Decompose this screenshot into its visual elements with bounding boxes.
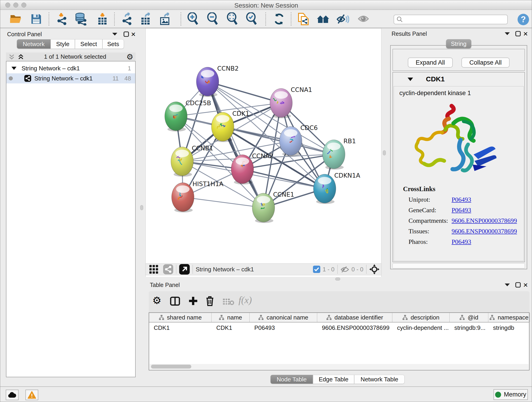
table-cell[interactable]: stringdb [488, 323, 530, 332]
export-network-button[interactable] [120, 12, 133, 26]
birdseye-view-icon[interactable] [149, 264, 158, 274]
table-panel-float-icon[interactable] [515, 282, 521, 288]
table-cell[interactable]: 9606.ENSP00000378699 [317, 323, 393, 332]
network-node-ccnb1[interactable]: CCNB1 [171, 145, 213, 177]
crosslink-link[interactable]: P06493 [452, 206, 471, 214]
horizontal-splitter-handle[interactable] [335, 278, 340, 281]
tab-sets[interactable]: Sets [102, 39, 124, 49]
expand-all-networks-icon[interactable] [18, 54, 24, 60]
selected-checkbox-icon[interactable] [313, 266, 320, 273]
network-node-ccna2[interactable]: CCNA2 [231, 153, 273, 185]
hide-selected-button[interactable] [336, 12, 349, 26]
table-cell[interactable]: P06493 [250, 323, 317, 332]
network-node-hist1h1a[interactable]: HIST1H1A [172, 180, 224, 212]
crosslink-link[interactable]: P06493 [452, 196, 471, 203]
gene-section-header[interactable]: CDK1 [393, 72, 525, 86]
clone-network-button[interactable] [297, 12, 310, 26]
table-panel-menu-icon[interactable] [504, 283, 510, 287]
tab-edge-table[interactable]: Edge Table [313, 375, 354, 384]
open-session-button[interactable] [9, 12, 23, 26]
network-node-ccna1[interactable]: CCNA1 [270, 86, 312, 118]
network-node-cdc25b[interactable]: CDC25B [165, 99, 211, 132]
refresh-view-button[interactable] [272, 12, 286, 26]
results-tab-string[interactable]: String [446, 39, 471, 48]
column-header-description[interactable]: description [393, 313, 450, 322]
network-node-ccne1[interactable]: CCNE1 [252, 191, 294, 223]
fit-content-crosshair-icon[interactable] [369, 264, 380, 274]
table-settings-gear-icon[interactable]: ⚙ [152, 294, 161, 306]
collapse-all-networks-icon[interactable] [9, 54, 15, 60]
network-edge[interactable] [208, 82, 264, 208]
tab-network-table[interactable]: Network Table [354, 375, 405, 384]
search-input[interactable] [403, 16, 502, 23]
table-cell[interactable]: stringdb:9... [450, 323, 488, 332]
right-splitter-handle[interactable] [383, 150, 386, 155]
add-column-icon[interactable] [188, 296, 198, 306]
table-cell[interactable]: CDK1 [212, 323, 250, 332]
export-image-button[interactable] [159, 12, 172, 26]
network-collection-row[interactable]: String Network – cdk1 1 [6, 63, 135, 73]
table-horizontal-scrollbar[interactable] [150, 364, 529, 370]
control-panel-menu-icon[interactable] [112, 32, 118, 36]
tab-network[interactable]: Network [17, 39, 51, 49]
open-in-browser-button[interactable] [179, 264, 190, 274]
control-panel-close-icon[interactable]: ✕ [131, 31, 136, 38]
tab-node-table[interactable]: Node Table [270, 375, 313, 384]
column-header-database-identifier[interactable]: database identifier [317, 313, 393, 322]
control-panel-float-icon[interactable] [123, 32, 129, 37]
help-button[interactable]: ? [518, 14, 529, 25]
memory-button[interactable]: Memory [494, 389, 528, 400]
scrollbar-thumb[interactable] [151, 365, 191, 369]
export-table-button[interactable] [139, 12, 153, 26]
zoom-selected-button[interactable] [245, 12, 258, 26]
table-panel-close-icon[interactable]: ✕ [523, 282, 528, 289]
cloud-status-button[interactable] [6, 390, 19, 400]
network-node-rb1[interactable]: RB1 [323, 138, 356, 170]
table-cell[interactable]: cyclin-dependent ... [393, 323, 450, 332]
network-canvas[interactable]: CCNB2CCNA1CDC25BCDK1CDC6RB1CCNB1CCNA2CDK… [146, 28, 381, 263]
string-network-badge-icon[interactable] [163, 264, 173, 274]
warning-status-button[interactable] [25, 390, 38, 400]
network-graph[interactable]: CCNB2CCNA1CDC25BCDK1CDC6RB1CCNB1CCNA2CDK… [146, 28, 382, 264]
column-header-name[interactable]: name [212, 313, 250, 322]
tab-select[interactable]: Select [75, 39, 102, 49]
expand-all-button[interactable]: Expand All [408, 57, 453, 68]
network-row[interactable]: String Network – cdk1 11 48 [6, 73, 135, 83]
crosslink-link[interactable]: 9606.ENSP00000378699 [452, 217, 517, 224]
network-options-gear-icon[interactable]: ⚙ [127, 52, 133, 61]
zoom-out-button[interactable] [206, 12, 219, 26]
collapse-all-button[interactable]: Collapse All [462, 57, 510, 68]
results-panel-close-icon[interactable]: ✕ [523, 31, 528, 38]
network-node-cdc6[interactable]: CDC6 [279, 124, 318, 156]
column-header-namespace[interactable]: namespace [488, 313, 530, 322]
zoom-fit-button[interactable] [226, 12, 239, 26]
left-splitter-handle[interactable] [140, 205, 143, 210]
import-network-file-button[interactable] [55, 12, 69, 26]
tab-style[interactable]: Style [51, 39, 75, 49]
column-header--id[interactable]: @id [450, 313, 488, 322]
crosslink-link[interactable]: 9606.ENSP00000378699 [452, 228, 517, 235]
table-cell[interactable]: CDK1 [149, 323, 212, 332]
first-neighbors-button[interactable] [317, 12, 330, 26]
network-edge[interactable] [183, 197, 264, 208]
results-panel-menu-icon[interactable] [504, 32, 510, 36]
gene-collapse-icon[interactable] [408, 77, 413, 81]
column-header-canonical-name[interactable]: canonical name [250, 313, 317, 322]
hidden-eye-icon[interactable] [341, 266, 349, 273]
network-node-ccnb2[interactable]: CCNB2 [196, 65, 239, 97]
save-session-button[interactable] [30, 12, 43, 26]
network-node-cdk1[interactable]: CDK1 [211, 110, 249, 142]
show-columns-icon[interactable] [170, 296, 180, 306]
results-panel-float-icon[interactable] [515, 31, 521, 36]
column-header-shared-name[interactable]: shared name [149, 313, 212, 322]
zoom-in-button[interactable] [186, 12, 200, 26]
collection-expand-icon[interactable] [12, 66, 17, 70]
show-all-button[interactable] [357, 12, 370, 26]
table-row[interactable]: CDK1CDK1P064939606.ENSP00000378699cyclin… [149, 323, 529, 332]
network-node-cdkn1a[interactable]: CDKN1A [313, 172, 360, 204]
delete-column-trash-icon[interactable] [205, 295, 215, 306]
import-network-database-button[interactable] [75, 12, 88, 26]
column-type-icon [159, 315, 164, 320]
import-table-file-button[interactable] [96, 12, 109, 26]
crosslink-link[interactable]: P06493 [452, 238, 471, 245]
